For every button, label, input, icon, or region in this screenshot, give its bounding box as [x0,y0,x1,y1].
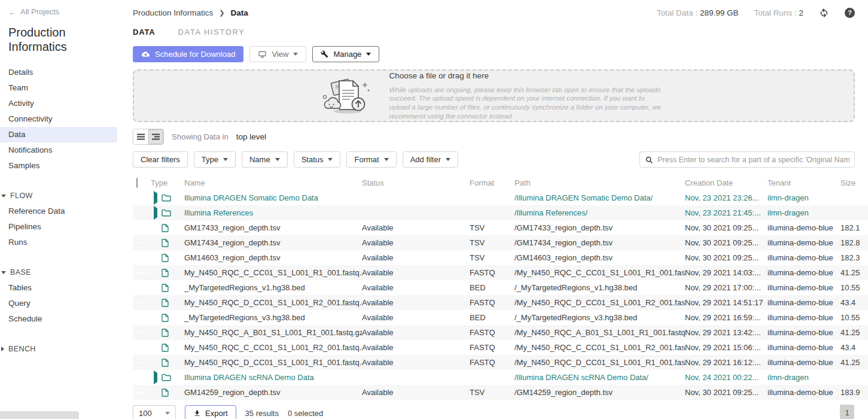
row-select-cell[interactable] [133,362,150,363]
item-creation-date: Nov, 29 2021 14:51:17 [685,298,768,307]
filter-dropdown-name[interactable]: Name [242,151,288,168]
item-tenant: illumina-demo-blue [768,283,840,292]
row-select-cell[interactable] [133,377,150,378]
filter-dropdown-format[interactable]: Format [346,151,396,168]
sidebar-section-base: BASETablesQuerySchedule [8,265,117,327]
breadcrumb-project[interactable]: Production Informatics [133,8,213,17]
table-row[interactable]: GM17433_region_depth.tsvAvailableTSV/GM1… [133,220,868,235]
sidebar-item-runs[interactable]: Runs [0,235,117,250]
sidebar-item-pipelines[interactable]: Pipelines [0,219,117,235]
select-all-checkbox[interactable] [136,178,138,188]
help-icon[interactable]: ? [845,8,855,18]
refresh-icon[interactable] [819,8,829,18]
sidebar-nav: DetailsTeamActivityConnectivityDataNotif… [8,65,117,357]
file-dropzone[interactable]: Choose a file or drag it here While uplo… [133,69,855,122]
table-row[interactable]: Illumina DRAGEN Somatic Demo Data/Illumi… [133,190,868,205]
table-row[interactable]: Illumina References/Illumina References/… [133,205,868,220]
table-row[interactable]: My_N450_RQC_C_CC01_S1_L001_R1_001.fastq.… [133,265,868,280]
item-name[interactable]: My_N450_RQC_D_CC01_S1_L001_R1_001.fastq.… [184,358,362,367]
filter-dropdown-type[interactable]: Type [194,151,236,168]
table-row[interactable]: My_N450_RQC_A_B01_S1_L001_R1_001.fastq.g… [133,325,868,340]
filter-bar: Clear filters TypeNameStatusFormat Add f… [133,151,855,168]
item-name[interactable]: Illumina DRAGEN scRNA Demo Data [184,373,362,382]
item-name[interactable]: My_N450_RQC_A_B01_S1_L001_R1_001.fastq.g… [184,328,362,337]
column-header-name: Name [184,178,362,187]
item-name[interactable]: My_N450_RQC_D_CC01_S1_L001_R2_001.fastq.… [184,298,362,307]
sidebar-item-notifications[interactable]: Notifications [0,142,117,158]
file-icon [162,224,184,232]
item-path: /GM14259_region_depth.tsv [514,388,685,397]
row-select-cell[interactable] [133,392,150,393]
table-row[interactable]: _MyTargetedRegions_v1.hg38.bedAvailableB… [133,280,868,295]
sidebar-item-reference-data[interactable]: Reference Data [0,204,117,219]
sidebar-item-connectivity[interactable]: Connectivity [0,111,117,127]
expand-caret-icon[interactable] [154,191,157,205]
item-name[interactable]: My_N450_RQC_C_CC01_S1_L001_R2_001.fastq.… [184,343,362,352]
page-size-select[interactable]: 100 [133,405,176,419]
row-select-cell[interactable] [133,347,150,348]
expand-caret-icon[interactable] [154,206,157,220]
sidebar-item-query[interactable]: Query [0,296,117,311]
table-row[interactable]: GM14259_region_depth.tsvAvailableTSV/GM1… [133,385,868,400]
tree-list-icon[interactable] [148,129,163,144]
view-button[interactable]: View [249,46,306,62]
row-select-cell[interactable] [133,332,150,333]
row-select-cell[interactable] [133,302,150,303]
sidebar-item-samples[interactable]: Samples [0,158,117,174]
page-number-button[interactable]: 1 [840,405,854,419]
table-row[interactable]: My_N450_RQC_D_CC01_S1_L001_R2_001.fastq.… [133,295,868,310]
tab-data[interactable]: DATA [133,28,155,39]
item-status: Available [362,298,470,307]
row-select-cell[interactable] [133,242,150,243]
item-name[interactable]: Illumina References [184,208,362,217]
row-select-cell[interactable] [133,317,150,318]
add-filter-button[interactable]: Add filter [403,151,458,168]
item-name[interactable]: GM17434_region_depth.tsv [184,238,362,247]
sidebar-section-header-bench[interactable]: BENCH [0,341,117,357]
item-name[interactable]: _MyTargetedRegions_v1.hg38.bed [184,283,362,292]
back-all-projects-link[interactable]: ← All Projects [8,7,117,16]
export-button[interactable]: Export [185,405,236,419]
row-select-cell[interactable] [133,227,150,228]
sidebar-section-header-base[interactable]: BASE [0,265,117,280]
table-row[interactable]: My_N450_RQC_C_CC01_S1_L001_R2_001.fastq.… [133,340,868,355]
table-row[interactable]: GM14603_region_depth.tsvAvailableTSV/GM1… [133,250,868,265]
table-row[interactable]: Illumina DRAGEN scRNA Demo Data/Illumina… [133,370,868,385]
item-tenant: illumina-demo-blue [768,298,840,307]
manage-button[interactable]: Manage [312,46,379,62]
search-input[interactable] [657,156,849,164]
item-format: FASTQ [470,328,514,337]
expand-caret-icon[interactable] [154,371,157,384]
sidebar-section-header-flow[interactable]: FLOW [0,188,117,204]
tab-data-history[interactable]: DATA HISTORY [178,28,245,39]
item-name[interactable]: GM17433_region_depth.tsv [184,223,362,232]
item-creation-date: Nov, 29 2021 17:00:... [685,283,768,292]
row-select-cell[interactable] [133,272,150,273]
sidebar-item-tables[interactable]: Tables [0,280,117,296]
sidebar-item-activity[interactable]: Activity [0,96,117,111]
row-select-cell[interactable] [133,257,150,258]
schedule-for-download-button[interactable]: Schedule for Download [133,46,243,62]
table-row[interactable]: GM17434_region_depth.tsvAvailableTSV/GM1… [133,235,868,250]
table-row[interactable]: My_N450_RQC_D_CC01_S1_L001_R1_001.fastq.… [133,355,868,370]
toolbar: Schedule for Download View Manage [133,46,855,62]
sidebar-item-data[interactable]: Data [0,127,117,142]
item-name[interactable]: Illumina DRAGEN Somatic Demo Data [184,193,362,202]
clear-filters-button[interactable]: Clear filters [133,151,188,168]
flat-list-icon[interactable] [133,129,148,144]
row-select-cell[interactable] [133,198,150,198]
row-select-cell[interactable] [133,212,150,213]
sidebar-item-schedule[interactable]: Schedule [0,311,117,327]
item-path: /GM14603_region_depth.tsv [514,253,685,262]
item-name[interactable]: _MyTargetedRegions_v3.hg38.bed [184,313,362,322]
item-name[interactable]: GM14259_region_depth.tsv [184,388,362,397]
table-row[interactable]: _MyTargetedRegions_v3.hg38.bedAvailableB… [133,310,868,325]
item-name[interactable]: GM14603_region_depth.tsv [184,253,362,262]
chevron-down-icon [293,53,298,56]
sidebar-item-details[interactable]: Details [0,65,117,80]
sidebar-item-team[interactable]: Team [0,80,117,96]
filter-dropdown-status[interactable]: Status [294,151,341,168]
row-select-cell[interactable] [133,287,150,288]
file-icon [162,269,184,277]
item-name[interactable]: My_N450_RQC_C_CC01_S1_L001_R1_001.fastq.… [184,268,362,277]
